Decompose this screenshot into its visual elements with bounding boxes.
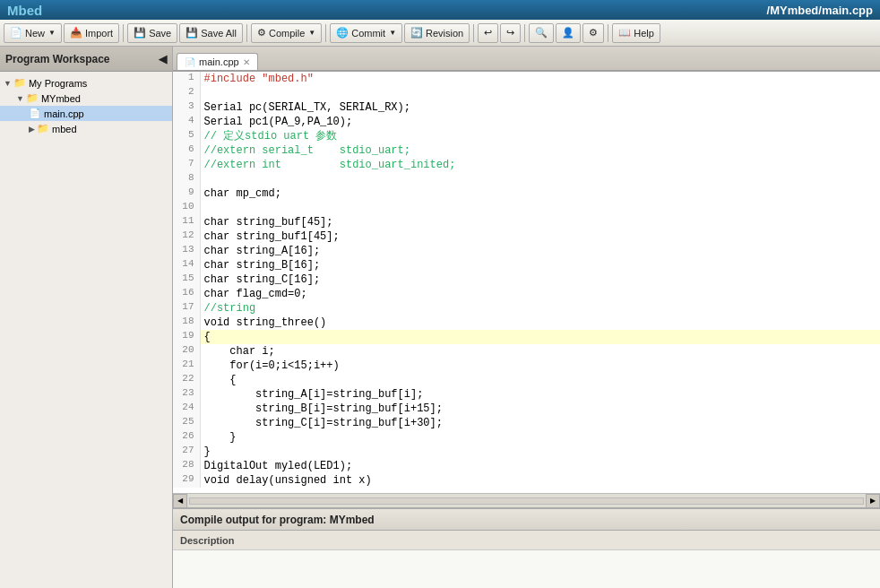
line-content: string_B[i]=string_buf[i+15];: [200, 402, 880, 416]
table-row: 7//extern int stdio_uart_inited;: [173, 158, 880, 172]
help-button[interactable]: 📖 Help: [612, 23, 660, 43]
toolbar-separator-1: [123, 24, 124, 42]
line-content: char string_C[16];: [200, 272, 880, 287]
undo-button[interactable]: ↩: [478, 23, 498, 43]
table-row: 21 for(i=0;i<15;i++): [173, 359, 880, 373]
table-row: 28DigitalOut myled(LED1);: [173, 459, 880, 473]
compile-header-label: Compile output for program: MYmbed: [180, 514, 375, 526]
line-number: 29: [173, 473, 200, 488]
folder-icon-my-programs: 📁: [13, 77, 26, 89]
sidebar-collapse-icon[interactable]: ◀: [159, 53, 167, 65]
user-button[interactable]: 👤: [556, 23, 581, 43]
line-content: //extern serial_t stdio_uart;: [200, 143, 880, 158]
line-number: 12: [173, 229, 200, 244]
main-layout: Program Workspace ◀ ▼ 📁 My Programs ▼ 📁 …: [0, 47, 880, 588]
import-button[interactable]: 📥 Import: [64, 23, 119, 43]
line-content: Serial pc1(PA_9,PA_10);: [200, 115, 880, 129]
line-number: 21: [173, 359, 200, 373]
line-content: //extern int stdio_uart_inited;: [200, 158, 880, 172]
search-button[interactable]: 🔍: [529, 23, 554, 43]
line-number: 10: [173, 201, 200, 215]
editor-horizontal-scrollbar[interactable]: ◀ ▶: [173, 493, 880, 507]
table-row: 9char mp_cmd;: [173, 186, 880, 201]
table-row: 4Serial pc1(PA_9,PA_10);: [173, 115, 880, 129]
line-number: 15: [173, 272, 200, 287]
sidebar-item-mymbed[interactable]: ▼ 📁 MYmbed: [0, 91, 172, 106]
sidebar-item-my-programs[interactable]: ▼ 📁 My Programs: [0, 75, 172, 91]
table-row: 6//extern serial_t stdio_uart;: [173, 143, 880, 158]
save-all-icon: 💾: [185, 27, 198, 39]
table-row: 26 }: [173, 430, 880, 445]
scroll-left-button[interactable]: ◀: [173, 494, 187, 508]
line-number: 22: [173, 373, 200, 387]
tab-label: main.cpp: [199, 56, 239, 67]
revision-button[interactable]: 🔄 Revision: [404, 23, 470, 43]
table-row: 13char string_A[16];: [173, 244, 880, 258]
table-row: 25 string_C[i]=string_buf[i+30];: [173, 416, 880, 430]
line-content: //string: [200, 301, 880, 316]
line-content: [200, 86, 880, 100]
folder-icon-mbed: 📁: [37, 123, 49, 134]
gear-icon: ⚙: [589, 27, 598, 39]
compile-button[interactable]: ⚙ Compile ▼: [251, 23, 322, 43]
line-content: }: [200, 430, 880, 445]
line-number: 20: [173, 344, 200, 359]
undo-icon: ↩: [484, 27, 492, 39]
line-number: 1: [173, 72, 200, 86]
line-content: [200, 201, 880, 215]
save-all-button[interactable]: 💾 Save All: [179, 23, 243, 43]
sidebar-item-main-cpp[interactable]: 📄 main.cpp: [0, 106, 172, 121]
line-content: string_A[i]=string_buf[i];: [200, 387, 880, 402]
sidebar-item-label-mymbed: MYmbed: [41, 93, 81, 104]
redo-icon: ↪: [506, 27, 514, 39]
table-row: 24 string_B[i]=string_buf[i+15];: [173, 402, 880, 416]
expand-icon-mymbed: ▼: [16, 94, 24, 103]
toolbar: 📄 New ▼ 📥 Import 💾 Save 💾 Save All ⚙ Com…: [0, 20, 880, 47]
line-content: Serial pc(SERIAL_TX, SERIAL_RX);: [200, 100, 880, 115]
line-content: for(i=0;i<15;i++): [200, 359, 880, 373]
code-editor[interactable]: 1#include "mbed.h"23Serial pc(SERIAL_TX,…: [173, 72, 880, 493]
line-number: 17: [173, 301, 200, 316]
scrollbar-track[interactable]: [189, 497, 864, 505]
table-row: 20 char i;: [173, 344, 880, 359]
line-number: 14: [173, 258, 200, 272]
line-number: 19: [173, 330, 200, 344]
commit-button[interactable]: 🌐 Commit ▼: [330, 23, 402, 43]
table-row: 27}: [173, 445, 880, 459]
table-row: 22 {: [173, 373, 880, 387]
line-content: string_C[i]=string_buf[i+30];: [200, 416, 880, 430]
new-button[interactable]: 📄 New ▼: [4, 23, 62, 43]
line-content: // 定义stdio uart 参数: [200, 129, 880, 143]
line-content: }: [200, 445, 880, 459]
line-number: 2: [173, 86, 200, 100]
line-number: 6: [173, 143, 200, 158]
content-area: 📄 main.cpp ✕ 1#include "mbed.h"23Serial …: [173, 47, 880, 588]
sidebar-item-label-mbed: mbed: [52, 124, 77, 134]
settings-button[interactable]: ⚙: [582, 23, 604, 43]
save-button[interactable]: 💾 Save: [127, 23, 177, 43]
toolbar-separator-4: [473, 24, 474, 42]
save-icon: 💾: [134, 27, 146, 39]
table-row: 29void delay(unsigned int x): [173, 473, 880, 488]
toolbar-separator-3: [325, 24, 326, 42]
line-number: 13: [173, 244, 200, 258]
sidebar-item-label-my-programs: My Programs: [29, 78, 87, 89]
import-icon: 📥: [70, 27, 82, 39]
line-content: char string_B[16];: [200, 258, 880, 272]
redo-button[interactable]: ↪: [500, 23, 521, 43]
scroll-right-button[interactable]: ▶: [866, 494, 880, 508]
tab-close-button[interactable]: ✕: [243, 57, 250, 67]
line-content: #include "mbed.h": [200, 72, 880, 86]
line-number: 25: [173, 416, 200, 430]
table-row: 10: [173, 201, 880, 215]
tab-main-cpp[interactable]: 📄 main.cpp ✕: [177, 53, 258, 70]
line-number: 8: [173, 172, 200, 186]
help-icon: 📖: [618, 27, 631, 39]
line-number: 18: [173, 316, 200, 330]
table-row: 16char flag_cmd=0;: [173, 287, 880, 301]
line-content: void string_three(): [200, 316, 880, 330]
table-row: 2: [173, 86, 880, 100]
sidebar-item-mbed[interactable]: ▶ 📁 mbed: [0, 121, 172, 136]
line-number: 3: [173, 100, 200, 115]
toolbar-separator-2: [246, 24, 247, 42]
